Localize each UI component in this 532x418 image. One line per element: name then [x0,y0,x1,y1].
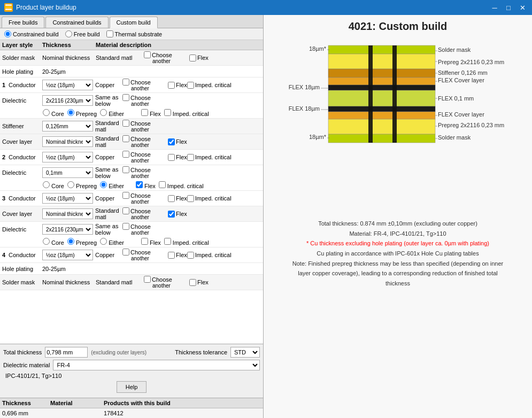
layer-dielectric-3: Dielectric 2x2116 (230µm) Same as below … [0,222,263,247]
help-row: Help [3,381,260,393]
options-row: Constrained build Free build Thermal sub… [0,28,263,40]
svg-rect-14 [392,45,397,143]
flex-solder-bot-check[interactable] [189,279,196,286]
pcb-svg: 18µm* FLEX 18µm FLEX 18µm 18µm* Solder m… [286,40,510,211]
choose-conductor-1-check[interactable] [122,79,129,86]
total-thickness-input[interactable] [45,347,88,358]
pcb-diagram: 18µm* FLEX 18µm FLEX 18µm 18µm* Solder m… [286,40,510,211]
layers-area: Solder mask Nominal thickness Standard m… [0,50,263,344]
cover-top-thickness-select[interactable]: Nominal thickness [42,136,93,147]
svg-rect-8 [328,90,435,106]
flex-conductor-1-check[interactable] [168,82,175,89]
imped-conductor-1-check[interactable] [187,82,194,89]
svg-rect-11 [328,119,435,134]
total-thickness-row: Total thickness (excluding outer layers)… [3,347,260,358]
flex-solder-top-check[interactable] [189,55,196,61]
choose-cover-top-check[interactable] [122,135,129,142]
dielectric-material-label: Dielectric material [3,362,50,368]
imped-d2-check[interactable] [159,181,166,188]
layer-solder-mask-bottom: Solder mask Nominal thickness Standard m… [0,275,263,290]
tab-custom-build[interactable]: Custom build [110,17,158,28]
products-section: Thickness Material Products with this bu… [0,398,263,418]
flex-d3-check[interactable] [141,238,148,245]
info-line3: * Cu thickness excluding hole plating (o… [269,238,527,249]
imped-d3-check[interactable] [164,238,171,245]
layer-solder-mask-top: Solder mask Nominal thickness Standard m… [0,50,263,66]
svg-rect-12 [328,134,435,143]
ipc-label: IPC-4101/21, Tg>110 [5,373,61,379]
flex-conductor-4-check[interactable] [168,252,175,259]
tab-free-builds[interactable]: Free builds [2,17,44,28]
flex-d1-check[interactable] [141,109,148,116]
flex-cover-bot-check[interactable] [168,211,175,218]
choose-cover-bot-check[interactable] [122,207,129,214]
svg-rect-7 [328,85,435,90]
choose-conductor-3-check[interactable] [122,192,129,199]
layer-hole-plating-bottom: Hole plating 20-25µm [0,263,263,275]
constrained-build-option[interactable]: Constrained build [4,30,59,37]
flex-conductor-2-check[interactable] [168,154,175,161]
imped-conductor-3-check[interactable] [187,195,194,202]
svg-text:Prepreg 2x2116 0,23 mm: Prepreg 2x2116 0,23 mm [438,122,504,128]
help-button[interactable]: Help [117,381,147,393]
svg-rect-2 [5,9,12,10]
maximize-button[interactable]: □ [503,2,514,13]
svg-text:Prepreg 2x2116 0,23 mm: Prepreg 2x2116 0,23 mm [438,59,504,65]
layer-cover-bottom: Cover layer Nominal thickness Standard m… [0,206,263,222]
flex-d2-check[interactable] [136,181,143,188]
dielectric-material-row: Dielectric material FR-4 [3,360,260,370]
left-panel: Free builds Constrained builds Custom bu… [0,15,264,418]
svg-rect-9 [328,106,435,112]
svg-rect-4 [328,54,435,69]
flex-cover-top-check[interactable] [168,138,175,145]
thermal-substrate-option[interactable]: Thermal substrate [106,30,163,37]
ipc-row: IPC-4101/21, Tg>110 [3,373,260,379]
info-line4: Cu plating in accordance with IPC-601x H… [269,249,527,259]
title-bar: Product layer buildup ─ □ ✕ [0,0,532,15]
choose-dielectric-2-check[interactable] [122,166,129,173]
excluding-label: (excluding outer layers) [91,350,147,355]
choose-dielectric-1-check[interactable] [122,94,129,101]
dielectric-2-thickness-select[interactable]: 0,1mm [42,167,93,178]
layer-dielectric-2: Dielectric 0,1mm Same as below Choose an… [0,165,263,191]
layer-conductor-4: 4 Conductor ½oz (18µm) Copper Choose ano… [0,247,263,263]
layer-conductor-3: 3 Conductor ½oz (18µm) Copper Choose ano… [0,191,263,206]
conductor-4-thickness-select[interactable]: ½oz (18µm) [42,250,93,260]
conductor-2-thickness-select[interactable]: ½oz (18µm) [42,152,93,162]
table-header: Layer style Thickness Material descripti… [0,40,263,50]
imped-conductor-2-check[interactable] [187,154,194,161]
cover-bot-thickness-select[interactable]: Nominal thickness [42,208,93,219]
minimize-button[interactable]: ─ [489,2,500,13]
choose-dielectric-3-check[interactable] [122,223,129,230]
layer-conductor-1: 1 Conductor ½oz (18µm) Copper Choose ano… [0,78,263,93]
choose-another-solder-top-check[interactable] [144,51,151,58]
thickness-tolerance-select[interactable]: STD [230,347,260,358]
svg-text:Stiffener 0,126 mm: Stiffener 0,126 mm [438,69,488,76]
dielectric-1-thickness-select[interactable]: 2x2116 (230µm) [42,95,93,106]
flex-conductor-3-check[interactable] [168,195,175,202]
conductor-3-thickness-select[interactable]: ½oz (18µm) [42,193,93,204]
choose-conductor-2-check[interactable] [122,151,129,158]
svg-rect-5 [328,69,435,78]
info-line5: Note: Finished prepreg thickness may be … [291,259,505,289]
conductor-1-thickness-select[interactable]: ½oz (18µm) [42,80,93,90]
right-title: 4021: Custom build [269,20,527,33]
imped-d1-check[interactable] [164,109,171,116]
choose-conductor-4-check[interactable] [122,249,129,256]
svg-rect-0 [5,4,12,6]
close-button[interactable]: ✕ [517,2,528,13]
layer-conductor-2: 2 Conductor ½oz (18µm) Copper Choose ano… [0,150,263,165]
svg-rect-3 [328,45,435,54]
free-build-option[interactable]: Free build [65,30,100,37]
dielectric-3-thickness-select[interactable]: 2x2116 (230µm) [42,224,93,235]
stiffener-thickness-select[interactable]: 0,126mm [42,121,93,131]
dielectric-material-select[interactable]: FR-4 [53,360,260,370]
tab-constrained-builds[interactable]: Constrained builds [45,17,108,28]
choose-solder-bot-check[interactable] [144,276,151,283]
layer-hole-plating-top: Hole plating 20-25µm [0,66,263,78]
choose-stiffener-check[interactable] [122,120,129,127]
svg-rect-10 [328,112,435,119]
tab-bar: Free builds Constrained builds Custom bu… [0,15,263,28]
imped-conductor-4-check[interactable] [187,252,194,259]
info-line2: Material: FR-4, IPC-4101/21, Tg>110 [269,229,527,239]
